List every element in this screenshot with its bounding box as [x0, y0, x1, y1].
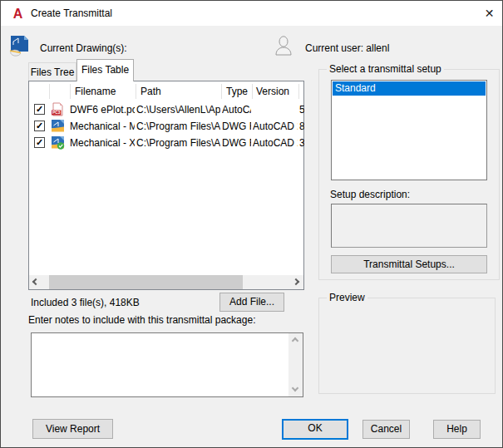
cell-size-clipped: 3: [299, 137, 304, 149]
notes-label: Enter notes to include with this transmi…: [28, 314, 255, 326]
scroll-left-icon[interactable]: [32, 278, 39, 285]
scroll-down-icon[interactable]: [292, 385, 298, 391]
transmittal-setups-button[interactable]: Transmittal Setups...: [331, 255, 487, 273]
horizontal-scrollbar-thumb[interactable]: [49, 275, 243, 289]
cell-path: C:\Program Files\Aut: [136, 137, 220, 149]
column-header-type[interactable]: Type: [226, 86, 248, 97]
view-report-button[interactable]: View Report: [32, 419, 113, 439]
cancel-button[interactable]: Cancel: [362, 420, 410, 439]
cell-path: C:\Program Files\Aut: [136, 121, 220, 132]
current-drawings-label: Current Drawing(s):: [40, 42, 127, 54]
table-row[interactable]: ✓ Mechanical - Mu C:\Program Files\Aut D…: [29, 118, 303, 135]
current-user-label: Current user: allenl: [305, 42, 389, 54]
close-icon[interactable]: ✕: [476, 1, 502, 26]
preview-group-label: Preview: [327, 292, 367, 303]
svg-text:PC3: PC3: [52, 111, 61, 115]
cell-filename: Mechanical - Xn: [70, 137, 135, 149]
setup-description-label: Setup description:: [330, 189, 410, 200]
row-checkbox[interactable]: ✓: [34, 121, 45, 131]
row-checkbox[interactable]: ✓: [34, 104, 45, 115]
pc3-file-icon: PC3: [51, 102, 65, 116]
help-button[interactable]: Help: [433, 420, 481, 439]
table-header-row: Filename Path Type Version: [29, 81, 303, 101]
tab-files-table[interactable]: Files Table: [76, 59, 134, 81]
table-row[interactable]: ✓ Mechanical - Xn C:\Program Files\Aut D…: [29, 135, 303, 151]
cell-type: AutoCAD: [222, 104, 251, 116]
create-transmittal-dialog: A Create Transmittal ✕ Current Drawing(s…: [0, 0, 503, 448]
row-checkbox[interactable]: ✓: [34, 137, 45, 148]
title-bar: A Create Transmittal ✕: [1, 1, 502, 26]
transmittal-setup-list[interactable]: Standard: [331, 80, 487, 180]
horizontal-scrollbar[interactable]: [29, 275, 303, 289]
files-table: Filename Path Type Version ✓ PC3 DWF6 eP…: [28, 81, 304, 290]
table-row[interactable]: ✓ PC3 DWF6 ePlot.pc3 C:\Users\AllenL\App…: [29, 101, 303, 118]
cell-path: C:\Users\AllenL\App: [136, 104, 220, 116]
scroll-up-icon[interactable]: [292, 337, 298, 344]
notes-vertical-scrollbar[interactable]: [288, 333, 303, 396]
column-header-path[interactable]: Path: [141, 86, 161, 97]
included-files-summary: Included 3 file(s), 418KB: [31, 297, 140, 308]
cell-filename: DWF6 ePlot.pc3: [70, 104, 135, 116]
dwg-xref-file-icon: [51, 135, 65, 150]
add-file-button[interactable]: Add File...: [219, 293, 284, 312]
column-header-filename[interactable]: Filename: [75, 86, 116, 97]
transmittal-drawings-icon: [9, 34, 31, 57]
cell-version: AutoCAD 20: [253, 137, 298, 149]
ok-button[interactable]: OK: [282, 419, 348, 440]
cell-size-clipped: 5: [299, 104, 304, 116]
scroll-right-icon[interactable]: [293, 278, 299, 285]
cell-type: DWG File: [222, 121, 251, 132]
cell-type: DWG File: [222, 137, 251, 149]
column-header-version[interactable]: Version: [256, 86, 289, 97]
notes-input[interactable]: [31, 332, 303, 397]
cell-version: AutoCAD 20: [253, 121, 298, 132]
autocad-logo-icon: A: [11, 7, 25, 21]
tab-files-tree[interactable]: Files Tree: [28, 62, 76, 81]
cell-filename: Mechanical - Mu: [70, 121, 135, 132]
setup-list-item-standard[interactable]: Standard: [333, 81, 486, 96]
dwg-file-icon: [51, 119, 65, 133]
window-title: Create Transmittal: [31, 7, 112, 19]
user-icon: [274, 36, 293, 56]
cell-size-clipped: 8: [299, 121, 304, 132]
preview-group: Preview: [318, 298, 496, 394]
setup-description-box: [331, 204, 487, 248]
select-setup-group-label: Select a transmittal setup: [327, 63, 444, 75]
